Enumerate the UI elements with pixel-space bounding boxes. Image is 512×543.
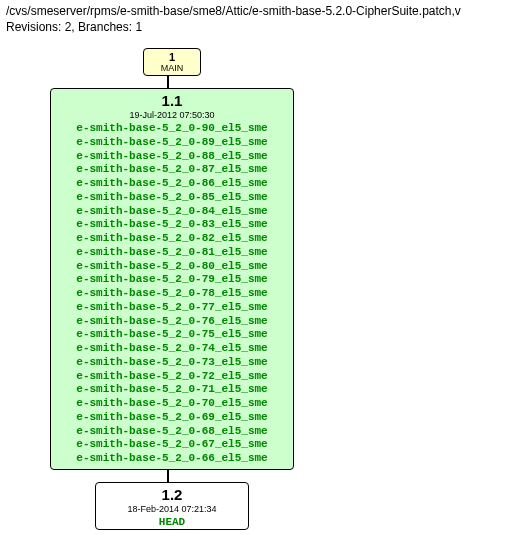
- tag-item: e-smith-base-5_2_0-90_el5_sme: [59, 122, 285, 136]
- branch-number: 1: [152, 51, 192, 63]
- tag-item: e-smith-base-5_2_0-84_el5_sme: [59, 205, 285, 219]
- tag-list: e-smith-base-5_2_0-90_el5_sme e-smith-ba…: [57, 122, 287, 468]
- tag-item: e-smith-base-5_2_0-87_el5_sme: [59, 163, 285, 177]
- tag-item: e-smith-base-5_2_0-86_el5_sme: [59, 177, 285, 191]
- tag-item: e-smith-base-5_2_0-68_el5_sme: [59, 425, 285, 439]
- tag-item: e-smith-base-5_2_0-88_el5_sme: [59, 150, 285, 164]
- connector-line: [167, 470, 169, 482]
- tag-item: e-smith-base-5_2_0-74_el5_sme: [59, 342, 285, 356]
- revision-date: 18-Feb-2014 07:21:34: [102, 504, 242, 514]
- tag-item: e-smith-base-5_2_0-83_el5_sme: [59, 218, 285, 232]
- revision-graph: 1 MAIN 1.1 19-Jul-2012 07:50:30 e-smith-…: [0, 38, 512, 543]
- tag-item: e-smith-base-5_2_0-85_el5_sme: [59, 191, 285, 205]
- connector-line: [167, 76, 169, 88]
- tag-item: e-smith-base-5_2_0-79_el5_sme: [59, 273, 285, 287]
- tag-item: e-smith-base-5_2_0-77_el5_sme: [59, 301, 285, 315]
- branch-box[interactable]: 1 MAIN: [143, 48, 201, 76]
- tag-item: e-smith-base-5_2_0-89_el5_sme: [59, 136, 285, 150]
- header: /cvs/smeserver/rpms/e-smith-base/sme8/At…: [0, 0, 512, 38]
- branch-name: MAIN: [152, 63, 192, 73]
- revision-version: 1.1: [57, 92, 287, 109]
- tag-item: e-smith-base-5_2_0-78_el5_sme: [59, 287, 285, 301]
- revision-node-2[interactable]: 1.2 18-Feb-2014 07:21:34 HEAD: [95, 482, 249, 530]
- tag-item: e-smith-base-5_2_0-70_el5_sme: [59, 397, 285, 411]
- revision-version: 1.2: [102, 486, 242, 503]
- tag-item: e-smith-base-5_2_0-66_el5_sme: [59, 452, 285, 466]
- revision-node-1[interactable]: 1.1 19-Jul-2012 07:50:30 e-smith-base-5_…: [50, 88, 294, 470]
- tag-item: e-smith-base-5_2_0-69_el5_sme: [59, 411, 285, 425]
- head-label: HEAD: [102, 516, 242, 528]
- tag-item: e-smith-base-5_2_0-81_el5_sme: [59, 246, 285, 260]
- tag-item: e-smith-base-5_2_0-71_el5_sme: [59, 383, 285, 397]
- file-path: /cvs/smeserver/rpms/e-smith-base/sme8/At…: [6, 4, 506, 18]
- tag-item: e-smith-base-5_2_0-73_el5_sme: [59, 356, 285, 370]
- tag-item: e-smith-base-5_2_0-82_el5_sme: [59, 232, 285, 246]
- revision-meta: Revisions: 2, Branches: 1: [6, 20, 506, 34]
- tag-item: e-smith-base-5_2_0-72_el5_sme: [59, 370, 285, 384]
- tag-item: e-smith-base-5_2_0-80_el5_sme: [59, 260, 285, 274]
- tag-item: e-smith-base-5_2_0-67_el5_sme: [59, 438, 285, 452]
- revision-date: 19-Jul-2012 07:50:30: [57, 110, 287, 120]
- tag-item: e-smith-base-5_2_0-76_el5_sme: [59, 315, 285, 329]
- tag-item: e-smith-base-5_2_0-75_el5_sme: [59, 328, 285, 342]
